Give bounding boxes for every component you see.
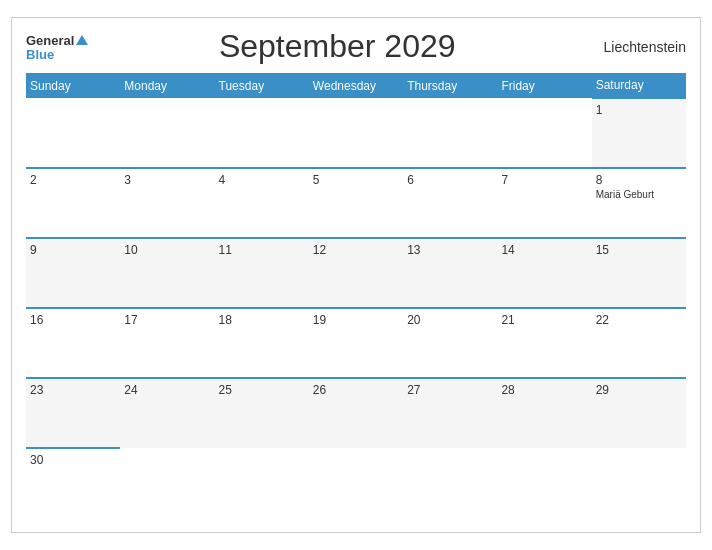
calendar-cell: 20 (403, 308, 497, 378)
calendar-cell: 26 (309, 378, 403, 448)
day-number: 4 (219, 173, 305, 187)
calendar-cell (309, 448, 403, 518)
calendar-country: Liechtenstein (586, 39, 686, 55)
calendar-cell: 17 (120, 308, 214, 378)
weekday-header: Monday (120, 73, 214, 98)
logo-general: General (26, 31, 88, 49)
calendar-cell: 16 (26, 308, 120, 378)
calendar-cell (215, 448, 309, 518)
day-number: 6 (407, 173, 493, 187)
day-number: 26 (313, 383, 399, 397)
day-number: 22 (596, 313, 682, 327)
calendar-cell: 25 (215, 378, 309, 448)
day-number: 1 (596, 103, 682, 117)
calendar-cell (497, 448, 591, 518)
calendar-cell: 7 (497, 168, 591, 238)
calendar-cell (403, 448, 497, 518)
calendar-grid: SundayMondayTuesdayWednesdayThursdayFrid… (26, 73, 686, 518)
calendar-cell: 27 (403, 378, 497, 448)
day-number: 25 (219, 383, 305, 397)
calendar-cell (497, 98, 591, 168)
calendar-cell: 9 (26, 238, 120, 308)
day-number: 2 (30, 173, 116, 187)
calendar-cell: 3 (120, 168, 214, 238)
day-number: 23 (30, 383, 116, 397)
day-number: 19 (313, 313, 399, 327)
calendar-cell (120, 448, 214, 518)
calendar-cell: 30 (26, 448, 120, 518)
logo-blue: Blue (26, 48, 54, 62)
calendar-cell: 28 (497, 378, 591, 448)
day-number: 14 (501, 243, 587, 257)
weekday-header: Friday (497, 73, 591, 98)
day-number: 27 (407, 383, 493, 397)
weekday-header: Wednesday (309, 73, 403, 98)
day-number: 12 (313, 243, 399, 257)
logo-triangle-icon (76, 35, 88, 45)
calendar-cell: 23 (26, 378, 120, 448)
calendar-cell: 15 (592, 238, 686, 308)
day-number: 15 (596, 243, 682, 257)
logo: General Blue (26, 31, 88, 63)
calendar-cell: 21 (497, 308, 591, 378)
day-number: 20 (407, 313, 493, 327)
calendar-header: General Blue September 2029 Liechtenstei… (26, 28, 686, 65)
day-number: 9 (30, 243, 116, 257)
day-number: 11 (219, 243, 305, 257)
day-number: 16 (30, 313, 116, 327)
day-number: 7 (501, 173, 587, 187)
calendar-cell: 24 (120, 378, 214, 448)
day-number: 28 (501, 383, 587, 397)
day-number: 29 (596, 383, 682, 397)
calendar-cell: 13 (403, 238, 497, 308)
calendar-cell (215, 98, 309, 168)
calendar-cell: 11 (215, 238, 309, 308)
calendar-header-row: SundayMondayTuesdayWednesdayThursdayFrid… (26, 73, 686, 98)
calendar-cell: 4 (215, 168, 309, 238)
calendar-cell (26, 98, 120, 168)
day-number: 17 (124, 313, 210, 327)
day-number: 3 (124, 173, 210, 187)
day-number: 13 (407, 243, 493, 257)
calendar-cell (592, 448, 686, 518)
calendar-cell: 5 (309, 168, 403, 238)
day-number: 30 (30, 453, 116, 467)
calendar-cell: 2 (26, 168, 120, 238)
calendar-cell: 18 (215, 308, 309, 378)
calendar-wrapper: General Blue September 2029 Liechtenstei… (11, 17, 701, 533)
calendar-cell: 12 (309, 238, 403, 308)
calendar-cell: 22 (592, 308, 686, 378)
calendar-cell: 8Mariä Geburt (592, 168, 686, 238)
day-number: 24 (124, 383, 210, 397)
day-number: 10 (124, 243, 210, 257)
day-number: 5 (313, 173, 399, 187)
day-event: Mariä Geburt (596, 189, 682, 200)
calendar-cell (120, 98, 214, 168)
day-number: 18 (219, 313, 305, 327)
calendar-cell: 19 (309, 308, 403, 378)
weekday-header: Tuesday (215, 73, 309, 98)
calendar-cell: 1 (592, 98, 686, 168)
calendar-cell: 6 (403, 168, 497, 238)
calendar-cell: 29 (592, 378, 686, 448)
weekday-header: Sunday (26, 73, 120, 98)
calendar-title: September 2029 (88, 28, 586, 65)
weekday-header: Saturday (592, 73, 686, 98)
calendar-cell (403, 98, 497, 168)
day-number: 21 (501, 313, 587, 327)
day-number: 8 (596, 173, 682, 187)
calendar-cell (309, 98, 403, 168)
weekday-header: Thursday (403, 73, 497, 98)
calendar-cell: 14 (497, 238, 591, 308)
calendar-cell: 10 (120, 238, 214, 308)
